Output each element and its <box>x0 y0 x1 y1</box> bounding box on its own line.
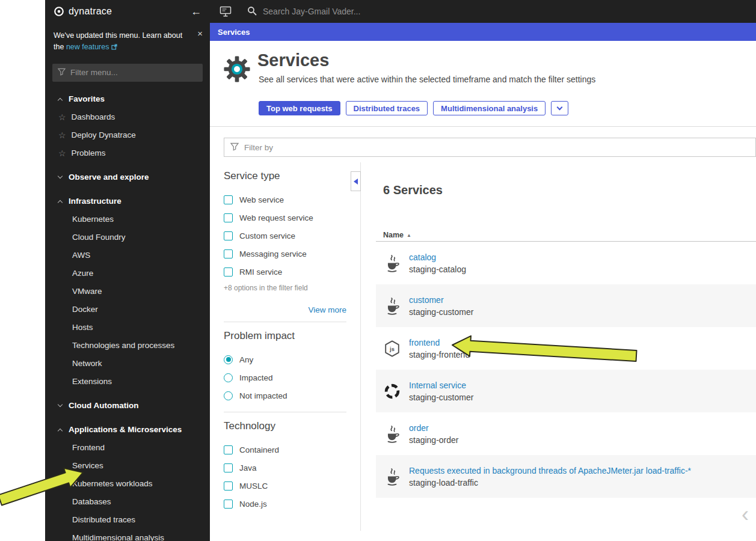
item-label: Network <box>72 359 102 368</box>
nodejs-icon: js <box>383 340 401 358</box>
multidimensional-analysis-button[interactable]: Multidimensional analysis <box>433 101 545 115</box>
menu-filter-field[interactable] <box>52 64 203 82</box>
more-actions-dropdown-button[interactable] <box>551 101 568 115</box>
checkbox[interactable] <box>224 445 233 454</box>
checkbox[interactable] <box>224 231 233 240</box>
filter-option-any[interactable]: Any <box>224 350 346 368</box>
sidebar-item-problems[interactable]: ☆ Problems <box>45 144 210 162</box>
filter-option-muslc[interactable]: MUSLC <box>224 477 346 495</box>
checkbox[interactable] <box>224 267 233 277</box>
collapse-sidebar-button[interactable]: ← <box>191 6 201 17</box>
option-label: Web request service <box>239 213 313 222</box>
scroll-left-chevron[interactable]: ‹ <box>742 504 749 525</box>
sidebar-item-frontend[interactable]: Frontend <box>45 439 210 457</box>
sidebar-item-azure[interactable]: Azure <box>45 264 210 283</box>
sidebar-section-infrastructure[interactable]: Infrastructure <box>45 192 210 210</box>
radio-selected[interactable] <box>224 355 233 364</box>
item-label: Problems <box>72 148 106 157</box>
table-row[interactable]: catalogstaging-catalog <box>376 242 756 284</box>
sidebar-item-databases[interactable]: Databases <box>45 493 210 511</box>
services-count-title: 6 Services <box>376 183 756 197</box>
sidebar-item-aws[interactable]: AWS <box>45 246 210 264</box>
filter-option-rmi-service[interactable]: RMI service <box>224 263 346 281</box>
service-name-link[interactable]: Requests executed in background threads … <box>409 466 691 475</box>
filter-by-input[interactable] <box>244 143 749 152</box>
sidebar-item-deploy-dynatrace[interactable]: ☆ Deploy Dynatrace <box>45 126 210 144</box>
external-link-icon <box>111 42 117 53</box>
sidebar-item-docker[interactable]: Docker <box>45 301 210 319</box>
search-input[interactable] <box>263 7 455 16</box>
service-name-link[interactable]: order <box>409 423 459 433</box>
top-web-requests-button[interactable]: Top web requests <box>259 101 340 115</box>
sidebar-item-extensions[interactable]: Extensions <box>45 373 210 391</box>
service-name-link[interactable]: Internal service <box>409 381 473 390</box>
sidebar-section-cloud-automation[interactable]: Cloud Automation <box>45 397 210 415</box>
service-name-link[interactable]: customer <box>409 295 473 305</box>
close-icon[interactable]: × <box>197 29 203 38</box>
new-features-link[interactable]: new features <box>66 43 118 51</box>
filter-option-web-request-service[interactable]: Web request service <box>224 209 346 227</box>
sidebar-item-kubernetes-workloads[interactable]: Kubernetes workloads <box>45 475 210 493</box>
collapse-filter-panel-button[interactable] <box>351 171 361 191</box>
sidebar-item-dashboards[interactable]: ☆ Dashboards <box>45 108 210 126</box>
radio[interactable] <box>224 391 233 400</box>
table-row[interactable]: Requests executed in background threads … <box>376 455 756 498</box>
view-more-link[interactable]: View more <box>224 305 346 314</box>
checkbox[interactable] <box>224 249 233 258</box>
table-row[interactable]: js frontendstaging-frontend <box>376 327 756 370</box>
filter-option-nodejs[interactable]: Node.js <box>224 495 346 513</box>
checkbox[interactable] <box>224 481 233 491</box>
environment-monitor-icon[interactable] <box>220 6 232 17</box>
option-label: Not impacted <box>239 391 287 400</box>
option-label: Web service <box>239 195 284 204</box>
service-name-link[interactable]: frontend <box>409 338 470 347</box>
section-label: Observe and explore <box>69 173 149 182</box>
table-row[interactable]: Internal servicestaging-customer <box>376 370 756 412</box>
distributed-traces-button[interactable]: Distributed traces <box>346 101 428 115</box>
filter-option-java[interactable]: Java <box>224 459 346 477</box>
item-label: Kubernetes workloads <box>72 479 153 488</box>
checkbox[interactable] <box>224 213 233 222</box>
item-label: Distributed traces <box>72 515 135 524</box>
global-search[interactable] <box>247 6 455 17</box>
java-icon <box>383 254 401 272</box>
header-divider <box>210 126 756 127</box>
sidebar-item-hosts[interactable]: Hosts <box>45 319 210 337</box>
sidebar-item-distributed-traces[interactable]: Distributed traces <box>45 511 210 529</box>
sidebar-section-favorites[interactable]: Favorites <box>45 90 210 108</box>
breadcrumb[interactable]: Services <box>218 28 250 37</box>
sidebar-item-vmware[interactable]: VMware <box>45 283 210 301</box>
table-row[interactable]: orderstaging-order <box>376 412 756 455</box>
sidebar-item-network[interactable]: Network <box>45 355 210 373</box>
item-label: Services <box>72 461 103 470</box>
sidebar-section-applications-microservices[interactable]: Applications & Microservices <box>45 421 210 439</box>
filter-option-custom-service[interactable]: Custom service <box>224 227 346 245</box>
filter-option-impacted[interactable]: Impacted <box>224 368 346 387</box>
item-label: Multidimensional analysis <box>72 533 164 541</box>
filter-option-web-service[interactable]: Web service <box>224 191 346 209</box>
service-name-link[interactable]: catalog <box>409 252 466 262</box>
sidebar-item-cloud-foundry[interactable]: Cloud Foundry <box>45 228 210 246</box>
radio[interactable] <box>224 373 233 382</box>
sidebar-item-multidimensional-analysis[interactable]: Multidimensional analysis <box>45 529 210 541</box>
item-label: Frontend <box>72 443 105 452</box>
filter-by-field[interactable] <box>224 138 756 157</box>
svg-text:js: js <box>389 346 395 352</box>
menu-filter-input[interactable] <box>70 68 197 77</box>
sidebar-item-technologies-and-processes[interactable]: Technologies and processes <box>45 337 210 355</box>
section-label: Infrastructure <box>69 197 121 206</box>
checkbox[interactable] <box>224 195 233 204</box>
checkbox[interactable] <box>224 500 233 509</box>
filter-option-not-impacted[interactable]: Not impacted <box>224 387 346 405</box>
checkbox[interactable] <box>224 463 233 472</box>
filter-option-containerd[interactable]: Containerd <box>224 441 346 459</box>
name-column-header[interactable]: Name ▲ <box>376 229 756 241</box>
sidebar-item-kubernetes[interactable]: Kubernetes <box>45 210 210 228</box>
item-label: Databases <box>72 497 111 506</box>
sidebar-item-services[interactable]: Services <box>45 457 210 475</box>
filter-panel: Service type Web service Web request ser… <box>224 170 346 513</box>
table-row[interactable]: customerstaging-customer <box>376 284 756 327</box>
filter-option-messaging-service[interactable]: Messaging service <box>224 245 346 263</box>
sidebar-section-observe-and-explore[interactable]: Observe and explore <box>45 168 210 186</box>
filter-divider <box>224 322 346 322</box>
